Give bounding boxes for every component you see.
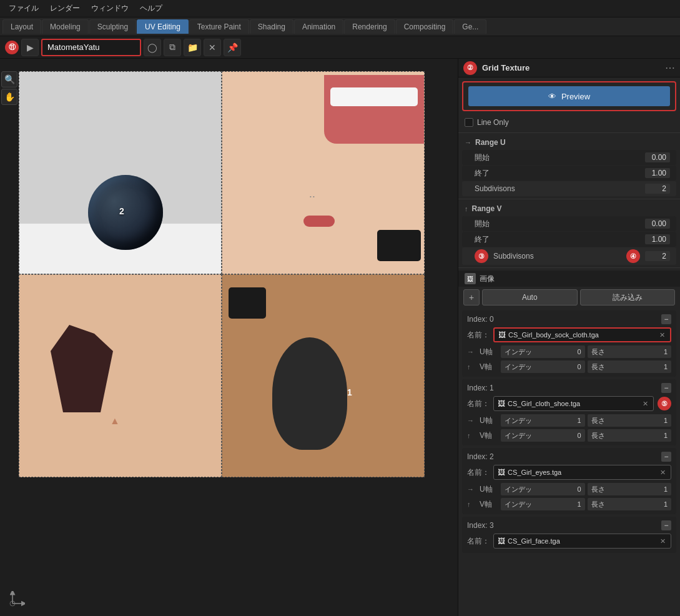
range-v-subdivs-row[interactable]: ③ Subdivisons ④ 2 <box>462 247 676 265</box>
index-2-u-length-val: 1 <box>664 485 668 493</box>
toolbar-copy-icon[interactable]: ⧉ <box>164 39 181 56</box>
uv-quadrant-tr: • • <box>222 71 425 274</box>
index-1-minus[interactable]: − <box>661 383 671 393</box>
image-section-header: 🖼 画像 <box>458 271 680 287</box>
panel-menu-icon[interactable]: ⋯ <box>665 62 675 74</box>
menu-file[interactable]: ファイル <box>4 2 44 15</box>
range-u-header[interactable]: → Range U <box>458 136 680 149</box>
tool-zoom[interactable]: 🔍 <box>1 71 17 87</box>
tab-ge[interactable]: Ge... <box>454 19 486 34</box>
index-3-name-field[interactable]: 🖼 CS_Girl_face.tga ✕ <box>493 534 671 549</box>
toolbar-shape-icon[interactable]: ◯ <box>144 39 161 56</box>
uv-quadrant-bl: ▲ <box>19 274 222 477</box>
mesh-name-field[interactable] <box>41 39 141 56</box>
tab-layout[interactable]: Layout <box>2 19 41 34</box>
index-2-u-length-field[interactable]: 長さ 1 <box>588 483 672 495</box>
range-v-subdivs-val: 2 <box>645 251 670 261</box>
index-1-u-length-field[interactable]: 長さ 1 <box>588 414 672 427</box>
file-icon-2: 🖼 <box>498 468 505 477</box>
index-0-name-pre: 名前： <box>467 330 490 340</box>
range-u-start-val: 0.00 <box>645 152 670 162</box>
index-0-u-arrow: → <box>467 348 477 355</box>
index-0-minus[interactable]: − <box>661 314 671 324</box>
index-0-label: Index: 0 <box>467 315 494 324</box>
uv-canvas[interactable]: 2 • • ▲ 1 <box>19 71 425 477</box>
annotation-11: ⑪ <box>5 41 19 54</box>
index-2-v-length-val: 1 <box>664 500 668 508</box>
index-1-v-row: ↑ V軸 インデッ 0 長さ 1 <box>462 428 676 443</box>
index-1-name-field[interactable]: 🖼 CS_Girl_cloth_shoe.tga ✕ <box>493 396 654 411</box>
index-2-u-field[interactable]: インデッ 0 <box>501 483 585 495</box>
index-1-v-length-field[interactable]: 長さ 1 <box>588 429 672 442</box>
annotation-4: ④ <box>626 249 640 263</box>
range-u-end-row[interactable]: 終了 1.00 <box>462 166 676 181</box>
index-0-close[interactable]: ✕ <box>658 330 666 339</box>
tab-compositing[interactable]: Compositing <box>396 19 454 34</box>
range-v-start-val: 0.00 <box>645 219 670 229</box>
index-2-name-field[interactable]: 🖼 CS_Girl_eyes.tga ✕ <box>493 465 671 480</box>
tab-uv-editing[interactable]: UV Editing <box>137 19 189 34</box>
tab-modeling[interactable]: Modeling <box>42 19 89 34</box>
range-v-end-row[interactable]: 終了 1.00 <box>462 232 676 247</box>
index-0-name-field[interactable]: 🖼 CS_Girl_body_sock_cloth.tga ✕ <box>493 327 671 342</box>
uv-shoe-sole <box>272 337 347 450</box>
index-0-u-length-field[interactable]: 長さ 1 <box>588 345 672 358</box>
line-only-checkbox[interactable] <box>465 118 473 127</box>
index-block-2: Index: 2 − 名前： 🖼 CS_Girl_eyes.tga ✕ → U軸… <box>462 448 676 514</box>
section-sep-3 <box>458 267 680 268</box>
index-1-close[interactable]: ✕ <box>641 399 649 408</box>
tool-hand[interactable]: ✋ <box>1 89 17 105</box>
menu-render[interactable]: レンダー <box>45 2 85 15</box>
range-u-subdivs-label: Subdivisons <box>475 184 641 193</box>
range-v-header[interactable]: ↑ Range V <box>458 202 680 216</box>
auto-image-button[interactable]: Auto <box>482 289 578 306</box>
image-section-label: 画像 <box>480 274 495 284</box>
toolbar-pin-icon[interactable]: 📌 <box>224 39 241 56</box>
index-0-v-row: ↑ V軸 インデッ 0 長さ 1 <box>462 359 676 374</box>
index-3-close[interactable]: ✕ <box>658 537 667 545</box>
index-2-close[interactable]: ✕ <box>658 468 667 477</box>
menu-window[interactable]: ウィンドウ <box>86 2 134 15</box>
panel-content: 👁 Preview Line Only → Range U 開始 0.00 終了 <box>458 77 680 616</box>
toolbar-render-icon[interactable]: ▶ <box>21 39 39 56</box>
add-image-button[interactable]: + <box>463 289 480 306</box>
line-only-row[interactable]: Line Only <box>458 115 680 130</box>
index-3-minus[interactable]: − <box>661 520 671 530</box>
preview-eye-icon: 👁 <box>548 92 556 101</box>
load-image-button[interactable]: 読み込み <box>580 289 676 306</box>
index-2-u-label: U軸 <box>480 484 498 495</box>
index-1-u-row: → U軸 インデッ 1 長さ 1 <box>462 413 676 428</box>
uv-lip <box>303 216 335 227</box>
index-1-filename: CS_Girl_cloth_shoe.tga <box>508 400 638 407</box>
range-u-subdivs-row[interactable]: Subdivisons 2 <box>462 181 676 196</box>
tab-texture-paint[interactable]: Texture Paint <box>189 19 249 34</box>
preview-button[interactable]: 👁 Preview <box>468 86 670 106</box>
uv-editor: 🔍 ✋ 2 • • ▲ <box>0 59 458 616</box>
range-u-end-label: 終了 <box>475 168 641 179</box>
range-v-start-row[interactable]: 開始 0.00 <box>462 216 676 231</box>
toolbar-close-icon[interactable]: ✕ <box>204 39 221 56</box>
tab-sculpting[interactable]: Sculpting <box>89 19 136 34</box>
menu-help[interactable]: ヘルプ <box>135 2 167 15</box>
index-0-v-length-field[interactable]: 長さ 1 <box>588 360 672 373</box>
index-1-u-field[interactable]: インデッ 1 <box>501 414 585 427</box>
tab-rendering[interactable]: Rendering <box>344 19 395 34</box>
index-1-v-field[interactable]: インデッ 0 <box>501 429 585 442</box>
index-2-v-field[interactable]: インデッ 1 <box>501 498 585 510</box>
index-1-v-length-label: 長さ <box>591 431 605 440</box>
index-0-u-field[interactable]: インデッ 0 <box>501 345 585 358</box>
file-icon-0: 🖼 <box>498 330 506 339</box>
index-2-u-index-label: インデッ <box>505 485 532 494</box>
preview-label: Preview <box>561 92 590 101</box>
index-0-v-field[interactable]: インデッ 0 <box>501 360 585 373</box>
tab-animation[interactable]: Animation <box>294 19 343 34</box>
index-2-minus[interactable]: − <box>661 452 671 462</box>
panel-header: ② Grid Texture ⋯ <box>458 59 680 77</box>
tab-shading[interactable]: Shading <box>250 19 293 34</box>
annotation-2: ② <box>463 61 477 75</box>
index-2-v-length-field[interactable]: 長さ 1 <box>588 498 672 510</box>
range-u-start-row[interactable]: 開始 0.00 <box>462 150 676 165</box>
toolbar-folder-icon[interactable]: 📁 <box>184 39 201 56</box>
range-u-arrow: → <box>465 139 471 146</box>
index-1-u-index-label: インデッ <box>505 416 532 425</box>
